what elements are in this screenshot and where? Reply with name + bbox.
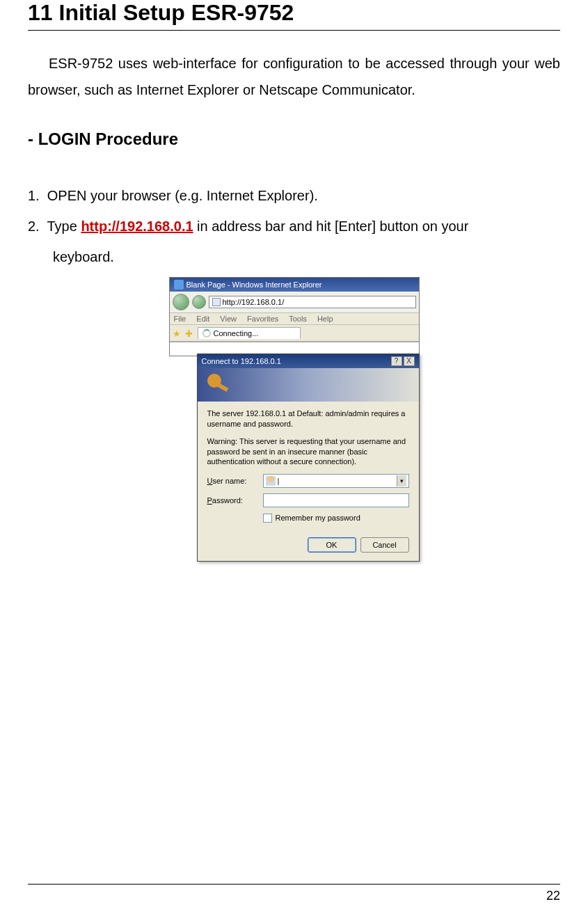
cancel-button[interactable]: Cancel <box>360 537 409 553</box>
step-2: 2. Type http://192.168.0.1 in address ba… <box>28 213 560 239</box>
menu-tools[interactable]: Tools <box>289 315 307 323</box>
keys-icon <box>206 372 231 397</box>
remember-row: Remember my password <box>263 513 409 523</box>
remember-label: Remember my password <box>276 513 360 523</box>
chevron-down-icon[interactable]: ▾ <box>397 475 406 486</box>
remember-checkbox[interactable] <box>263 514 272 523</box>
password-input[interactable] <box>263 493 409 507</box>
page-title: 11 Initial Setup ESR-9752 <box>28 0 560 31</box>
screenshot-figure: Blank Page - Windows Internet Explorer h… <box>169 277 420 562</box>
dialog-msg-1: The server 192.168.0.1 at Default: admin… <box>207 409 409 429</box>
procedure-heading: - LOGIN Procedure <box>28 129 560 149</box>
address-input[interactable]: http://192.168.0.1/ <box>209 296 416 308</box>
dialog-body: The server 192.168.0.1 at Default: admin… <box>198 402 419 561</box>
back-button[interactable] <box>173 294 189 310</box>
dialog-title: Connect to 192.168.0.1 <box>202 357 281 365</box>
add-favorite-icon[interactable]: ✚ <box>185 328 195 338</box>
step-1: 1. OPEN your browser (e.g. Internet Expl… <box>28 182 560 209</box>
menu-favorites[interactable]: Favorites <box>247 315 278 323</box>
username-label: User name: <box>207 476 257 486</box>
tab-bar: ★ ✚ Connecting... <box>170 325 419 342</box>
menu-edit[interactable]: Edit <box>196 315 209 323</box>
step-number-2: 2. <box>28 219 40 234</box>
menu-view[interactable]: View <box>220 315 237 323</box>
page-icon <box>212 298 221 306</box>
dialog-button-row: OK Cancel <box>207 537 409 553</box>
browser-tab[interactable]: Connecting... <box>198 327 301 339</box>
dialog-banner <box>198 368 419 402</box>
address-row: http://192.168.0.1/ <box>170 292 419 313</box>
address-text: http://192.168.0.1/ <box>223 298 285 306</box>
dialog-msg-2: Warning: This server is requesting that … <box>207 436 409 468</box>
username-input[interactable]: | ▾ <box>263 474 409 488</box>
step-2-text-a: Type <box>47 219 81 234</box>
step-number-1: 1. <box>28 188 40 203</box>
page-number: 22 <box>546 889 560 903</box>
forward-button[interactable] <box>192 295 206 309</box>
favorites-icon[interactable]: ★ <box>173 328 182 338</box>
intro-paragraph: ESR-9752 uses web-interface for configur… <box>28 50 560 103</box>
menu-file[interactable]: File <box>174 315 186 323</box>
help-button[interactable]: ? <box>391 356 402 366</box>
loading-spinner-icon <box>202 329 211 338</box>
step-2-cont: keyboard. <box>28 244 560 270</box>
menu-help[interactable]: Help <box>317 315 333 323</box>
dialog-window-controls: ? X <box>391 356 415 366</box>
menu-bar: File Edit View Favorites Tools Help <box>170 313 419 325</box>
tab-label: Connecting... <box>214 329 259 338</box>
auth-dialog: Connect to 192.168.0.1 ? X The server 19… <box>197 354 420 562</box>
password-label: Password: <box>207 495 257 506</box>
ie-window: Blank Page - Windows Internet Explorer h… <box>169 277 420 356</box>
step-1-text: OPEN your browser (e.g. Internet Explore… <box>47 188 318 203</box>
ie-icon <box>174 280 184 290</box>
ok-button[interactable]: OK <box>308 537 356 553</box>
password-row: Password: <box>207 493 409 507</box>
ie-title-text: Blank Page - Windows Internet Explorer <box>186 280 322 289</box>
dialog-titlebar: Connect to 192.168.0.1 ? X <box>198 354 419 368</box>
page-footer: 22 <box>28 884 560 903</box>
username-row: User name: | ▾ <box>207 474 409 488</box>
person-icon <box>266 476 276 486</box>
url-link: http://192.168.0.1 <box>81 219 193 234</box>
ie-titlebar: Blank Page - Windows Internet Explorer <box>170 278 419 292</box>
close-button[interactable]: X <box>404 356 415 366</box>
step-2-text-b: in address bar and hit [Enter] button on… <box>193 219 469 234</box>
username-cursor: | <box>278 476 280 486</box>
